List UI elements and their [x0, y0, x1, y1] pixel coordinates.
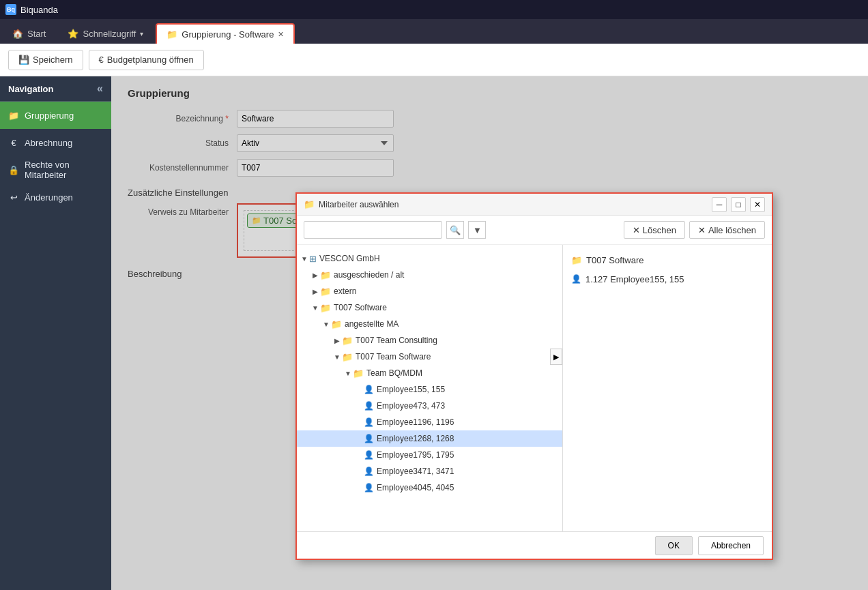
modal-search-input[interactable] — [304, 221, 442, 239]
tree-label-extern: extern — [334, 286, 356, 296]
budget-label: Budgetplanung öffnen — [107, 55, 194, 65]
schnell-dropdown-icon: ▾ — [140, 30, 143, 38]
tab-gruppierung[interactable]: 📁 Gruppierung - Software ✕ — [156, 23, 295, 44]
grupp-tab-label: Gruppierung - Software — [182, 29, 274, 40]
folder-icon-angestellte: 📁 — [331, 319, 342, 329]
chevron-vescon: ▼ — [300, 255, 309, 263]
person-icon-emp3471: 👤 — [364, 467, 374, 476]
chevron-bq: ▼ — [343, 370, 353, 377]
folder-icon-software-team: 📁 — [342, 352, 353, 362]
chevron-software-team: ▼ — [332, 353, 342, 361]
tree-item-emp155[interactable]: 👤 Employee155, 155 — [297, 381, 562, 398]
tree-label-emp1196: Employee1196, 1196 — [377, 417, 454, 427]
tree-item-vescon[interactable]: ▼ ⊞ VESCON GmbH — [297, 250, 562, 267]
app-title: Biquanda — [20, 5, 58, 15]
alle-icon: ✕ — [698, 225, 706, 235]
tree-item-emp473[interactable]: 👤 Employee473, 473 — [297, 398, 562, 414]
right-item-emp155[interactable]: 👤 1.127 Employee155, 155 — [568, 269, 766, 289]
chevron-t007software: ▼ — [310, 304, 320, 312]
right-folder-icon: 📁 — [571, 255, 582, 265]
modal-maximize-btn[interactable]: □ — [731, 197, 746, 212]
modal-search-btn[interactable]: 🔍 — [446, 221, 464, 239]
tree-item-emp1795[interactable]: 👤 Employee1795, 1795 — [297, 447, 562, 463]
tree-label-vescon: VESCON GmbH — [319, 254, 380, 263]
tree-label-emp473: Employee473, 473 — [377, 401, 445, 411]
right-label-emp155: 1.127 Employee155, 155 — [585, 274, 684, 284]
folder-icon-bq: 📁 — [353, 368, 364, 379]
sidebar-title: Navigation — [8, 84, 53, 94]
tree-item-team-software[interactable]: ▼ 📁 T007 Team Software — [297, 349, 547, 365]
person-icon-emp1196: 👤 — [364, 417, 374, 427]
loeschen-icon: ✕ — [633, 225, 640, 235]
main-layout: Navigation « 📁 Gruppierung € Abrechnung … — [0, 76, 868, 590]
sidebar-label-gruppierung: Gruppierung — [25, 110, 74, 121]
tree-label-emp1795: Employee1795, 1795 — [377, 450, 454, 460]
save-label: Speichern — [33, 55, 73, 65]
abrechnung-icon: € — [8, 138, 19, 148]
abbrechen-btn[interactable]: Abbrechen — [698, 536, 764, 555]
grupp-tab-close[interactable]: ✕ — [278, 30, 284, 39]
sidebar-item-rechte[interactable]: 🔒 Rechte von Mitarbeiter — [0, 156, 111, 183]
modal-footer: OK Abbrechen — [297, 531, 772, 559]
sidebar: Navigation « 📁 Gruppierung € Abrechnung … — [0, 76, 111, 590]
modal-title-text: Mitarbeiter auswählen — [319, 200, 708, 209]
person-icon-emp1795: 👤 — [364, 450, 374, 460]
tree-label-emp155: Employee155, 155 — [377, 385, 445, 394]
sidebar-label-aenderungen: Änderungen — [25, 192, 73, 203]
org-icon-vescon: ⊞ — [309, 254, 317, 264]
modal-right-pane: 📁 T007 Software 👤 1.127 Employee155, 155 — [563, 245, 772, 531]
modal-close-btn[interactable]: ✕ — [750, 197, 765, 212]
tree-item-angestellte[interactable]: ▼ 📁 angestellte MA — [297, 316, 562, 332]
search-icon: 🔍 — [450, 225, 461, 235]
ok-btn[interactable]: OK — [655, 536, 693, 555]
chevron-angestellte: ▼ — [321, 321, 331, 328]
tree-item-emp1196[interactable]: 👤 Employee1196, 1196 — [297, 414, 562, 430]
loeschen-label: Löschen — [643, 225, 676, 235]
team-software-row: ▼ 📁 T007 Team Software ▶ — [297, 349, 562, 365]
right-label-t007software: T007 Software — [586, 255, 644, 265]
alle-loeschen-btn[interactable]: ✕ Alle löschen — [689, 221, 765, 239]
alle-loeschen-label: Alle löschen — [708, 225, 756, 235]
tab-start[interactable]: 🏠 Start — [3, 23, 55, 44]
tree-item-t007software[interactable]: ▼ 📁 T007 Software — [297, 299, 562, 316]
filter-icon: ▼ — [473, 225, 482, 235]
app-logo: Bq — [5, 4, 16, 15]
tree-label-ausgeschieden: ausgeschieden / alt — [334, 270, 404, 280]
sidebar-label-rechte: Rechte von Mitarbeiter — [25, 160, 103, 180]
budget-button[interactable]: € Budgetplanung öffnen — [89, 50, 204, 70]
sidebar-item-aenderungen[interactable]: ↩ Änderungen — [0, 183, 111, 211]
modal-filter-btn[interactable]: ▼ — [468, 221, 486, 239]
folder-icon-consulting: 📁 — [342, 336, 353, 346]
tree-item-emp4045[interactable]: 👤 Employee4045, 4045 — [297, 480, 562, 496]
sidebar-collapse-btn[interactable]: « — [97, 83, 103, 95]
sidebar-item-abrechnung[interactable]: € Abrechnung — [0, 129, 111, 156]
tab-schnellzugriff[interactable]: ⭐ Schnellzugriff ▾ — [58, 23, 153, 44]
right-item-t007software[interactable]: 📁 T007 Software — [568, 250, 766, 269]
save-button[interactable]: 💾 Speichern — [8, 50, 83, 70]
tree-item-ausgeschieden[interactable]: ▶ 📁 ausgeschieden / alt — [297, 267, 562, 283]
folder-icon-t007software: 📁 — [320, 303, 331, 313]
tree-item-extern[interactable]: ▶ 📁 extern — [297, 283, 562, 299]
chevron-extern: ▶ — [310, 288, 320, 295]
loeschen-btn[interactable]: ✕ Löschen — [624, 221, 685, 239]
modal-minimize-btn[interactable]: ─ — [712, 197, 727, 212]
toolbar: 💾 Speichern € Budgetplanung öffnen — [0, 44, 868, 76]
tree-item-emp3471[interactable]: 👤 Employee3471, 3471 — [297, 463, 562, 480]
folder-icon-ausgeschieden: 📁 — [320, 270, 331, 280]
person-icon-emp1268: 👤 — [364, 434, 374, 443]
gruppierung-icon: 📁 — [8, 110, 19, 121]
aenderungen-icon: ↩ — [8, 192, 19, 203]
save-icon: 💾 — [18, 55, 29, 65]
schnell-tab-icon: ⭐ — [68, 29, 78, 39]
modal-titlebar: 📁 Mitarbeiter auswählen ─ □ ✕ — [297, 194, 772, 216]
expand-arrow-btn[interactable]: ▶ — [550, 349, 562, 365]
tree-item-emp1268[interactable]: 👤 Employee1268, 1268 — [297, 430, 562, 447]
start-tab-icon: 🏠 — [12, 29, 23, 39]
modal-toolbar: 🔍 ▼ ✕ Löschen ✕ Alle löschen — [297, 216, 772, 245]
modal-title-icon: 📁 — [304, 199, 315, 209]
tree-item-team-bq[interactable]: ▼ 📁 Team BQ/MDM — [297, 365, 562, 381]
title-bar: Bq Biquanda — [0, 0, 868, 19]
content-area: Gruppierung Bezeichnung Status Aktiv Ina… — [111, 76, 868, 590]
sidebar-item-gruppierung[interactable]: 📁 Gruppierung — [0, 102, 111, 129]
tree-item-team-consulting[interactable]: ▶ 📁 T007 Team Consulting — [297, 332, 562, 349]
